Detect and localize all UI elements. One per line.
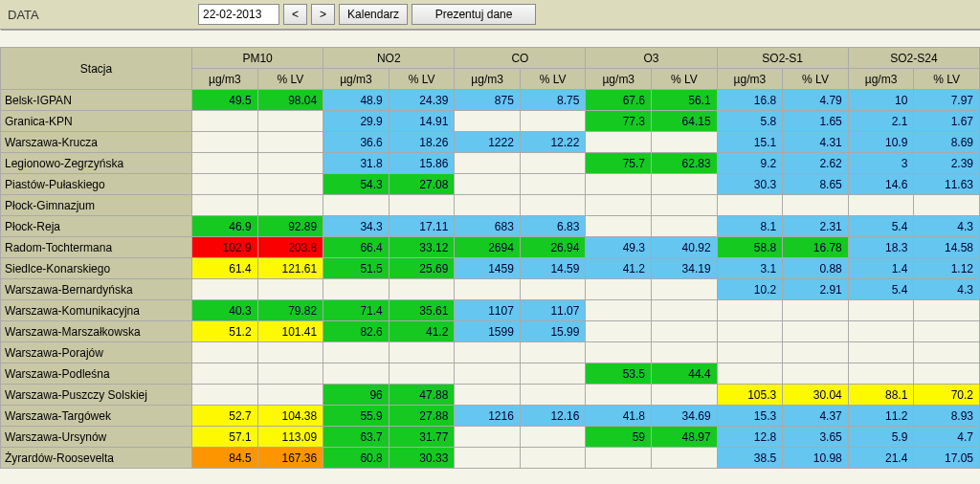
value-cell: 47.88 <box>389 385 455 406</box>
value-cell <box>257 195 323 216</box>
value-cell <box>323 342 390 363</box>
station-name: Warszawa-Podleśna <box>1 363 192 385</box>
value-cell: 8.65 <box>783 174 849 195</box>
station-name: Warszawa-Targówek <box>1 406 192 427</box>
value-cell <box>192 174 258 195</box>
value-cell: 105.3 <box>717 385 783 406</box>
value-cell <box>192 385 258 406</box>
value-cell <box>586 321 652 342</box>
value-cell: 66.4 <box>323 237 390 258</box>
value-cell <box>783 363 849 385</box>
value-cell: 1.65 <box>783 111 849 132</box>
value-cell: 61.4 <box>192 258 258 279</box>
value-cell <box>652 342 718 363</box>
value-cell <box>783 300 849 321</box>
value-cell: 25.69 <box>389 258 455 279</box>
value-cell: 12.16 <box>520 406 586 427</box>
value-cell: 54.3 <box>323 174 390 195</box>
col-sub: µg/m3 <box>586 69 652 90</box>
value-cell: 2.62 <box>783 153 849 174</box>
value-cell <box>323 279 390 300</box>
value-cell: 24.39 <box>389 90 455 111</box>
value-cell: 27.08 <box>389 174 455 195</box>
table-row: Płock-Reja46.992.8934.317.116836.838.12.… <box>1 216 980 237</box>
value-cell: 18.26 <box>389 132 455 153</box>
value-cell: 41.2 <box>586 258 652 279</box>
value-cell: 6.83 <box>520 216 586 237</box>
value-cell <box>848 300 914 321</box>
value-cell: 67.6 <box>586 90 652 111</box>
value-cell: 101.41 <box>257 321 323 342</box>
value-cell: 104.38 <box>257 406 323 427</box>
table-row: Warszawa-Ursynów57.1113.0963.731.775948.… <box>1 427 980 448</box>
table-row: Belsk-IGPAN49.598.0448.924.398758.7567.6… <box>1 90 980 111</box>
col-group: O3 <box>586 48 717 69</box>
value-cell <box>914 321 980 342</box>
value-cell: 8.93 <box>914 406 980 427</box>
value-cell: 1.12 <box>914 258 980 279</box>
value-cell <box>783 321 849 342</box>
value-cell: 88.1 <box>848 385 914 406</box>
station-name: Granica-KPN <box>1 111 192 132</box>
value-cell: 75.7 <box>586 153 652 174</box>
col-sub: % LV <box>520 69 586 90</box>
value-cell <box>455 111 521 132</box>
col-group: CO <box>455 48 586 69</box>
value-cell: 34.69 <box>652 406 718 427</box>
value-cell: 77.3 <box>586 111 652 132</box>
value-cell: 5.4 <box>848 216 914 237</box>
calendar-button[interactable]: Kalendarz <box>339 4 408 25</box>
value-cell: 64.15 <box>652 111 718 132</box>
value-cell: 70.2 <box>914 385 980 406</box>
value-cell <box>257 385 323 406</box>
value-cell <box>520 174 586 195</box>
table-row: Warszawa-Bernardyńska10.22.915.44.3 <box>1 279 980 300</box>
value-cell <box>257 111 323 132</box>
prev-button[interactable]: < <box>283 4 307 25</box>
value-cell <box>455 174 521 195</box>
value-cell: 34.3 <box>323 216 390 237</box>
value-cell: 0.88 <box>783 258 849 279</box>
value-cell: 49.5 <box>192 90 258 111</box>
station-name: Radom-Tochtermana <box>1 237 192 258</box>
value-cell: 30.33 <box>389 448 455 469</box>
value-cell <box>717 342 783 363</box>
table-row: Warszawa-Komunikacyjna40.379.8271.435.61… <box>1 300 980 321</box>
value-cell <box>192 363 258 385</box>
next-button[interactable]: > <box>311 4 335 25</box>
value-cell: 2.1 <box>848 111 914 132</box>
value-cell: 683 <box>455 216 521 237</box>
value-cell: 10.98 <box>783 448 849 469</box>
value-cell: 60.8 <box>323 448 390 469</box>
date-input[interactable] <box>198 4 279 25</box>
table-row: Warszawa-Puszczy Solskiej9647.88105.330.… <box>1 385 980 406</box>
value-cell: 14.91 <box>389 111 455 132</box>
value-cell <box>848 363 914 385</box>
value-cell <box>586 342 652 363</box>
value-cell <box>192 153 258 174</box>
present-button[interactable]: Prezentuj dane <box>412 4 536 25</box>
value-cell <box>652 195 718 216</box>
value-cell <box>783 195 849 216</box>
station-name: Warszawa-Marszałkowska <box>1 321 192 342</box>
value-cell: 15.86 <box>389 153 455 174</box>
value-cell: 875 <box>455 90 521 111</box>
value-cell: 1216 <box>455 406 521 427</box>
value-cell <box>455 385 521 406</box>
table-row: Siedlce-Konarskiego61.4121.6151.525.6914… <box>1 258 980 279</box>
value-cell <box>257 132 323 153</box>
value-cell: 40.3 <box>192 300 258 321</box>
value-cell: 57.1 <box>192 427 258 448</box>
value-cell <box>914 363 980 385</box>
col-group: SO2-S24 <box>848 48 979 69</box>
value-cell: 3 <box>848 153 914 174</box>
value-cell <box>652 174 718 195</box>
value-cell: 10.9 <box>848 132 914 153</box>
value-cell: 4.3 <box>914 279 980 300</box>
value-cell: 2694 <box>455 237 521 258</box>
value-cell: 53.5 <box>586 363 652 385</box>
value-cell: 82.6 <box>323 321 390 342</box>
value-cell: 56.1 <box>652 90 718 111</box>
value-cell: 96 <box>323 385 390 406</box>
station-name: Warszawa-Puszczy Solskiej <box>1 385 192 406</box>
